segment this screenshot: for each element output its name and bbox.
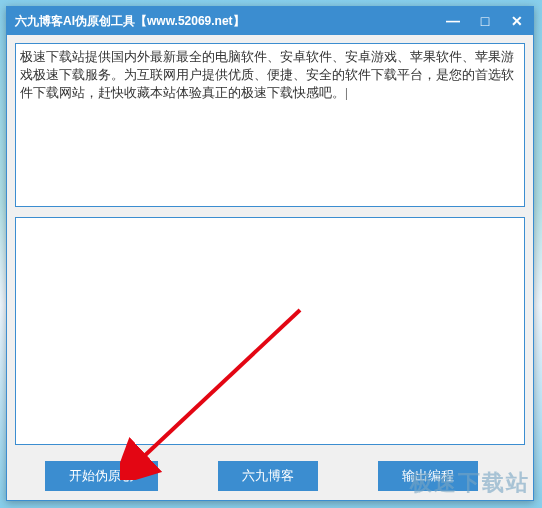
window-title: 六九博客AI伪原创工具【www.52069.net】 [15, 13, 437, 30]
content-area: 开始伪原创 六九博客 输出编程 [7, 35, 533, 500]
maximize-button[interactable]: □ [469, 7, 501, 35]
window-controls: — □ ✕ [437, 7, 533, 35]
titlebar: 六九博客AI伪原创工具【www.52069.net】 — □ ✕ [7, 7, 533, 35]
close-button[interactable]: ✕ [501, 7, 533, 35]
export-button[interactable]: 输出编程 [378, 461, 478, 491]
button-row: 开始伪原创 六九博客 输出编程 [15, 455, 525, 491]
app-window: 六九博客AI伪原创工具【www.52069.net】 — □ ✕ 开始伪原创 六… [6, 6, 534, 501]
output-textarea[interactable] [15, 217, 525, 445]
input-textarea[interactable] [15, 43, 525, 207]
minimize-button[interactable]: — [437, 7, 469, 35]
blog-button[interactable]: 六九博客 [218, 461, 318, 491]
start-button[interactable]: 开始伪原创 [45, 461, 158, 491]
